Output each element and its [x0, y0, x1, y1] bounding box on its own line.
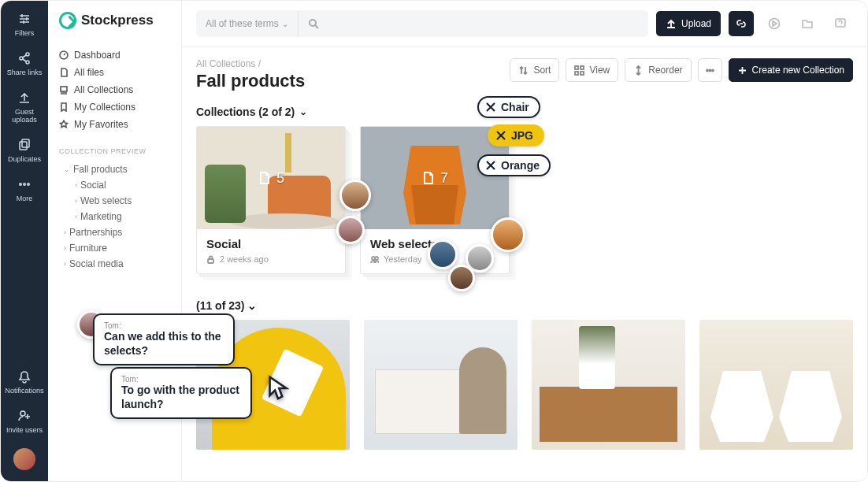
- rail-share[interactable]: Share links: [7, 51, 43, 76]
- sort-button[interactable]: Sort: [510, 58, 559, 82]
- upload-button[interactable]: Upload: [656, 11, 721, 36]
- svg-rect-21: [208, 259, 213, 263]
- tree-fall-products[interactable]: ⌄Fall products: [56, 161, 173, 177]
- collaborator-avatar[interactable]: [336, 216, 365, 244]
- tree-furniture[interactable]: ›Furniture: [56, 240, 173, 256]
- tree-marketing[interactable]: ›Marketing: [56, 209, 173, 224]
- page-title: Fall products: [196, 71, 305, 91]
- rail-filters[interactable]: Filters: [15, 12, 35, 37]
- tree-social[interactable]: ›Social: [56, 177, 173, 193]
- files-heading[interactable]: (11 of 23) ⌄: [196, 299, 853, 312]
- chevron-down-icon: ⌄: [282, 20, 288, 28]
- rail-more[interactable]: More: [17, 177, 33, 202]
- create-collection-button[interactable]: Create new Collection: [729, 58, 853, 82]
- sort-icon: [518, 65, 529, 76]
- svg-rect-14: [575, 66, 578, 69]
- collection-meta: 2 weeks ago: [206, 254, 336, 264]
- view-button[interactable]: View: [566, 58, 618, 82]
- collaborator-avatar[interactable]: [339, 180, 371, 211]
- chevron-right-icon: ›: [64, 228, 66, 236]
- collection-card-social[interactable]: 5 Social 2 weeks ago: [196, 126, 346, 274]
- link-button[interactable]: [729, 11, 754, 36]
- nav-all-collections[interactable]: All Collections: [56, 81, 173, 98]
- chevron-right-icon: ›: [75, 213, 77, 221]
- svg-rect-15: [581, 66, 584, 69]
- collections-row: 5 Social 2 weeks ago: [196, 126, 853, 274]
- plus-icon: [737, 65, 747, 76]
- rail-notifications[interactable]: Notifications: [5, 369, 43, 395]
- nav-all-files[interactable]: All files: [56, 64, 173, 81]
- cursor-icon: [267, 375, 289, 402]
- filter-tag-chair[interactable]: Chair: [477, 96, 540, 118]
- tree-web-selects[interactable]: ›Web selects: [56, 193, 173, 209]
- bell-icon: [17, 369, 32, 384]
- breadcrumb[interactable]: All Collections /: [196, 58, 305, 69]
- file-thumbnail[interactable]: [699, 320, 853, 450]
- chevron-right-icon: ›: [64, 244, 66, 252]
- chevron-down-icon: ⌄: [247, 299, 257, 312]
- play-button[interactable]: [762, 11, 787, 36]
- close-icon[interactable]: [485, 160, 496, 171]
- reorder-icon: [633, 65, 644, 76]
- file-thumbnail[interactable]: [364, 320, 517, 450]
- search-input[interactable]: [299, 18, 648, 29]
- play-circle-icon: [768, 17, 781, 30]
- dots-icon: [705, 65, 715, 76]
- collection-count: 7: [421, 170, 448, 187]
- tree-social-media[interactable]: ›Social media: [56, 256, 173, 272]
- nav-favorites[interactable]: My Favorites: [56, 116, 173, 133]
- collaborator-avatar[interactable]: [448, 265, 475, 291]
- search-terms-dropdown[interactable]: All of these terms ⌄: [196, 10, 299, 37]
- comment-author: Tom:: [104, 321, 224, 330]
- stack-icon: [59, 85, 69, 95]
- svg-point-20: [712, 69, 714, 71]
- svg-rect-3: [20, 142, 27, 150]
- tree-partnerships[interactable]: ›Partnerships: [56, 224, 173, 240]
- chevron-down-icon: ⌄: [299, 106, 307, 117]
- nav-my-collections[interactable]: My Collections: [56, 98, 173, 116]
- collection-count: 5: [258, 170, 284, 187]
- folder-button[interactable]: [795, 11, 820, 36]
- upload-icon: [666, 18, 677, 29]
- reorder-button[interactable]: Reorder: [625, 58, 691, 82]
- svg-rect-16: [575, 72, 578, 75]
- share-icon: [17, 51, 32, 65]
- svg-point-1: [26, 53, 29, 56]
- file-icon: [258, 171, 272, 185]
- file-thumbnail[interactable]: [532, 320, 685, 450]
- collaborator-avatar[interactable]: [491, 217, 525, 252]
- filter-tag-orange[interactable]: Orange: [477, 154, 551, 176]
- file-icon: [421, 171, 436, 185]
- svg-point-0: [20, 57, 23, 60]
- users-icon: [370, 255, 379, 264]
- content-area: Collections (2 of 2) ⌄ 5 Social: [182, 91, 867, 481]
- svg-point-11: [310, 20, 316, 26]
- comment-text: Can we add this to the selects?: [104, 330, 224, 358]
- brand-logo[interactable]: Stockpress: [56, 12, 173, 29]
- search-bar: All of these terms ⌄: [196, 10, 648, 37]
- close-icon[interactable]: [485, 102, 496, 113]
- rail-guest-uploads[interactable]: Guest uploads: [12, 91, 37, 124]
- rail-invite[interactable]: Invite users: [6, 409, 43, 434]
- sliders-icon: [17, 12, 32, 26]
- svg-point-23: [375, 257, 378, 260]
- collaborator-avatar[interactable]: [428, 239, 458, 269]
- comment-bubble[interactable]: Tom: Can we add this to the selects?: [93, 313, 235, 365]
- filter-tag-jpg[interactable]: JPG: [488, 124, 544, 146]
- help-button[interactable]: [828, 11, 853, 36]
- page-actions: Sort View Reorder Create new Collection: [510, 58, 853, 82]
- close-icon[interactable]: [495, 130, 506, 141]
- rail-duplicates[interactable]: Duplicates: [8, 138, 41, 163]
- link-icon: [735, 17, 747, 30]
- svg-point-7: [28, 184, 29, 185]
- nav-dashboard[interactable]: Dashboard: [56, 46, 173, 64]
- more-actions-button[interactable]: [698, 58, 722, 82]
- user-plus-icon: [17, 409, 32, 423]
- chevron-right-icon: ›: [75, 197, 77, 205]
- collection-preview-heading: COLLECTION PREVIEW: [59, 147, 173, 155]
- grid-icon: [574, 65, 584, 76]
- svg-point-2: [26, 61, 29, 64]
- svg-rect-10: [61, 87, 67, 91]
- comment-bubble[interactable]: Tom: To go with the product launch?: [110, 367, 252, 419]
- current-user-avatar[interactable]: [13, 448, 35, 470]
